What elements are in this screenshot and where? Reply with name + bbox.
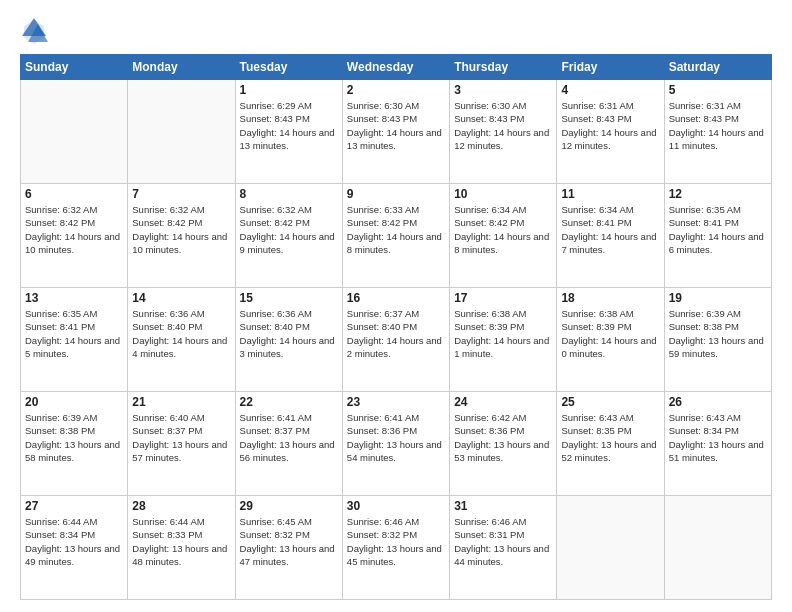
day-detail: Sunrise: 6:44 AM Sunset: 8:33 PM Dayligh… bbox=[132, 515, 230, 568]
calendar-cell: 3Sunrise: 6:30 AM Sunset: 8:43 PM Daylig… bbox=[450, 80, 557, 184]
day-detail: Sunrise: 6:46 AM Sunset: 8:31 PM Dayligh… bbox=[454, 515, 552, 568]
day-number: 10 bbox=[454, 187, 552, 201]
day-number: 27 bbox=[25, 499, 123, 513]
calendar-cell: 7Sunrise: 6:32 AM Sunset: 8:42 PM Daylig… bbox=[128, 184, 235, 288]
day-header-sunday: Sunday bbox=[21, 55, 128, 80]
header bbox=[20, 16, 772, 44]
calendar-cell: 28Sunrise: 6:44 AM Sunset: 8:33 PM Dayli… bbox=[128, 496, 235, 600]
day-header-thursday: Thursday bbox=[450, 55, 557, 80]
day-detail: Sunrise: 6:43 AM Sunset: 8:35 PM Dayligh… bbox=[561, 411, 659, 464]
calendar-cell: 12Sunrise: 6:35 AM Sunset: 8:41 PM Dayli… bbox=[664, 184, 771, 288]
calendar-header-row: SundayMondayTuesdayWednesdayThursdayFrid… bbox=[21, 55, 772, 80]
day-detail: Sunrise: 6:44 AM Sunset: 8:34 PM Dayligh… bbox=[25, 515, 123, 568]
day-number: 23 bbox=[347, 395, 445, 409]
calendar-cell: 22Sunrise: 6:41 AM Sunset: 8:37 PM Dayli… bbox=[235, 392, 342, 496]
day-number: 17 bbox=[454, 291, 552, 305]
day-detail: Sunrise: 6:32 AM Sunset: 8:42 PM Dayligh… bbox=[240, 203, 338, 256]
day-number: 6 bbox=[25, 187, 123, 201]
day-detail: Sunrise: 6:38 AM Sunset: 8:39 PM Dayligh… bbox=[454, 307, 552, 360]
calendar-cell: 11Sunrise: 6:34 AM Sunset: 8:41 PM Dayli… bbox=[557, 184, 664, 288]
day-number: 28 bbox=[132, 499, 230, 513]
calendar-cell: 14Sunrise: 6:36 AM Sunset: 8:40 PM Dayli… bbox=[128, 288, 235, 392]
day-number: 22 bbox=[240, 395, 338, 409]
calendar-cell: 8Sunrise: 6:32 AM Sunset: 8:42 PM Daylig… bbox=[235, 184, 342, 288]
day-number: 19 bbox=[669, 291, 767, 305]
day-header-friday: Friday bbox=[557, 55, 664, 80]
day-detail: Sunrise: 6:30 AM Sunset: 8:43 PM Dayligh… bbox=[347, 99, 445, 152]
day-detail: Sunrise: 6:45 AM Sunset: 8:32 PM Dayligh… bbox=[240, 515, 338, 568]
calendar-cell bbox=[664, 496, 771, 600]
day-detail: Sunrise: 6:43 AM Sunset: 8:34 PM Dayligh… bbox=[669, 411, 767, 464]
calendar-cell: 23Sunrise: 6:41 AM Sunset: 8:36 PM Dayli… bbox=[342, 392, 449, 496]
calendar-cell bbox=[21, 80, 128, 184]
day-detail: Sunrise: 6:34 AM Sunset: 8:41 PM Dayligh… bbox=[561, 203, 659, 256]
day-number: 4 bbox=[561, 83, 659, 97]
calendar-cell: 30Sunrise: 6:46 AM Sunset: 8:32 PM Dayli… bbox=[342, 496, 449, 600]
day-number: 12 bbox=[669, 187, 767, 201]
day-detail: Sunrise: 6:33 AM Sunset: 8:42 PM Dayligh… bbox=[347, 203, 445, 256]
day-detail: Sunrise: 6:41 AM Sunset: 8:36 PM Dayligh… bbox=[347, 411, 445, 464]
calendar-cell: 10Sunrise: 6:34 AM Sunset: 8:42 PM Dayli… bbox=[450, 184, 557, 288]
week-row-5: 27Sunrise: 6:44 AM Sunset: 8:34 PM Dayli… bbox=[21, 496, 772, 600]
day-number: 29 bbox=[240, 499, 338, 513]
day-number: 15 bbox=[240, 291, 338, 305]
day-detail: Sunrise: 6:31 AM Sunset: 8:43 PM Dayligh… bbox=[669, 99, 767, 152]
calendar-cell: 2Sunrise: 6:30 AM Sunset: 8:43 PM Daylig… bbox=[342, 80, 449, 184]
week-row-4: 20Sunrise: 6:39 AM Sunset: 8:38 PM Dayli… bbox=[21, 392, 772, 496]
week-row-2: 6Sunrise: 6:32 AM Sunset: 8:42 PM Daylig… bbox=[21, 184, 772, 288]
day-detail: Sunrise: 6:31 AM Sunset: 8:43 PM Dayligh… bbox=[561, 99, 659, 152]
calendar-cell: 29Sunrise: 6:45 AM Sunset: 8:32 PM Dayli… bbox=[235, 496, 342, 600]
day-number: 30 bbox=[347, 499, 445, 513]
day-detail: Sunrise: 6:36 AM Sunset: 8:40 PM Dayligh… bbox=[240, 307, 338, 360]
week-row-1: 1Sunrise: 6:29 AM Sunset: 8:43 PM Daylig… bbox=[21, 80, 772, 184]
calendar-table: SundayMondayTuesdayWednesdayThursdayFrid… bbox=[20, 54, 772, 600]
day-detail: Sunrise: 6:35 AM Sunset: 8:41 PM Dayligh… bbox=[669, 203, 767, 256]
day-header-tuesday: Tuesday bbox=[235, 55, 342, 80]
calendar-cell bbox=[557, 496, 664, 600]
calendar-cell: 19Sunrise: 6:39 AM Sunset: 8:38 PM Dayli… bbox=[664, 288, 771, 392]
day-header-saturday: Saturday bbox=[664, 55, 771, 80]
day-number: 18 bbox=[561, 291, 659, 305]
day-detail: Sunrise: 6:38 AM Sunset: 8:39 PM Dayligh… bbox=[561, 307, 659, 360]
calendar-cell: 18Sunrise: 6:38 AM Sunset: 8:39 PM Dayli… bbox=[557, 288, 664, 392]
calendar-cell: 16Sunrise: 6:37 AM Sunset: 8:40 PM Dayli… bbox=[342, 288, 449, 392]
logo bbox=[20, 16, 52, 44]
day-number: 8 bbox=[240, 187, 338, 201]
day-number: 1 bbox=[240, 83, 338, 97]
day-detail: Sunrise: 6:32 AM Sunset: 8:42 PM Dayligh… bbox=[25, 203, 123, 256]
day-detail: Sunrise: 6:36 AM Sunset: 8:40 PM Dayligh… bbox=[132, 307, 230, 360]
day-number: 21 bbox=[132, 395, 230, 409]
day-number: 5 bbox=[669, 83, 767, 97]
calendar-cell: 20Sunrise: 6:39 AM Sunset: 8:38 PM Dayli… bbox=[21, 392, 128, 496]
calendar-cell: 1Sunrise: 6:29 AM Sunset: 8:43 PM Daylig… bbox=[235, 80, 342, 184]
day-number: 9 bbox=[347, 187, 445, 201]
calendar-cell: 24Sunrise: 6:42 AM Sunset: 8:36 PM Dayli… bbox=[450, 392, 557, 496]
calendar-cell: 21Sunrise: 6:40 AM Sunset: 8:37 PM Dayli… bbox=[128, 392, 235, 496]
day-detail: Sunrise: 6:34 AM Sunset: 8:42 PM Dayligh… bbox=[454, 203, 552, 256]
day-detail: Sunrise: 6:46 AM Sunset: 8:32 PM Dayligh… bbox=[347, 515, 445, 568]
calendar-cell: 15Sunrise: 6:36 AM Sunset: 8:40 PM Dayli… bbox=[235, 288, 342, 392]
day-number: 13 bbox=[25, 291, 123, 305]
day-detail: Sunrise: 6:32 AM Sunset: 8:42 PM Dayligh… bbox=[132, 203, 230, 256]
day-detail: Sunrise: 6:40 AM Sunset: 8:37 PM Dayligh… bbox=[132, 411, 230, 464]
week-row-3: 13Sunrise: 6:35 AM Sunset: 8:41 PM Dayli… bbox=[21, 288, 772, 392]
calendar-cell: 26Sunrise: 6:43 AM Sunset: 8:34 PM Dayli… bbox=[664, 392, 771, 496]
calendar-cell: 4Sunrise: 6:31 AM Sunset: 8:43 PM Daylig… bbox=[557, 80, 664, 184]
calendar-cell: 17Sunrise: 6:38 AM Sunset: 8:39 PM Dayli… bbox=[450, 288, 557, 392]
calendar-cell: 25Sunrise: 6:43 AM Sunset: 8:35 PM Dayli… bbox=[557, 392, 664, 496]
calendar-cell: 27Sunrise: 6:44 AM Sunset: 8:34 PM Dayli… bbox=[21, 496, 128, 600]
day-detail: Sunrise: 6:30 AM Sunset: 8:43 PM Dayligh… bbox=[454, 99, 552, 152]
day-detail: Sunrise: 6:37 AM Sunset: 8:40 PM Dayligh… bbox=[347, 307, 445, 360]
day-detail: Sunrise: 6:41 AM Sunset: 8:37 PM Dayligh… bbox=[240, 411, 338, 464]
day-number: 7 bbox=[132, 187, 230, 201]
day-number: 2 bbox=[347, 83, 445, 97]
day-number: 31 bbox=[454, 499, 552, 513]
logo-icon bbox=[20, 16, 48, 44]
day-number: 3 bbox=[454, 83, 552, 97]
day-detail: Sunrise: 6:39 AM Sunset: 8:38 PM Dayligh… bbox=[669, 307, 767, 360]
calendar-cell: 31Sunrise: 6:46 AM Sunset: 8:31 PM Dayli… bbox=[450, 496, 557, 600]
day-number: 14 bbox=[132, 291, 230, 305]
day-detail: Sunrise: 6:39 AM Sunset: 8:38 PM Dayligh… bbox=[25, 411, 123, 464]
calendar-cell bbox=[128, 80, 235, 184]
calendar-cell: 13Sunrise: 6:35 AM Sunset: 8:41 PM Dayli… bbox=[21, 288, 128, 392]
